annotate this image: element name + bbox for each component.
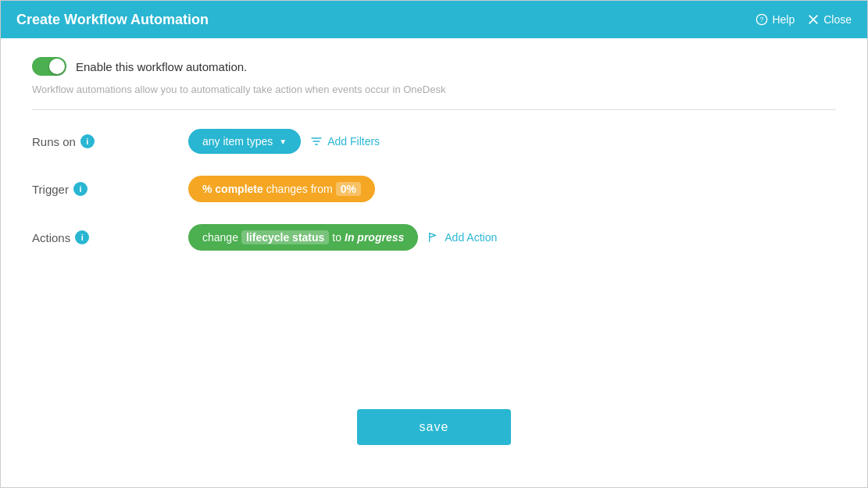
trigger-pill-button[interactable]: % complete changes from 0% (188, 176, 375, 202)
actions-row: Actions i change lifecycle status to In … (32, 224, 836, 251)
actions-info-icon[interactable]: i (75, 230, 89, 244)
runs-on-info-icon[interactable]: i (80, 134, 95, 148)
trigger-part2: changes from (266, 183, 333, 195)
help-icon: ? (755, 13, 768, 26)
help-button[interactable]: ? Help (755, 13, 795, 26)
close-label: Close (823, 13, 852, 26)
trigger-part1: % complete (202, 183, 263, 195)
help-label: Help (772, 13, 795, 26)
save-button[interactable]: save (357, 409, 512, 445)
enable-row: Enable this workflow automation. (32, 57, 836, 76)
enable-label: Enable this workflow automation. (76, 60, 247, 73)
runs-on-label: Runs on (32, 135, 76, 148)
window-title: Create Workflow Automation (16, 12, 209, 28)
trigger-row: Trigger i % complete changes from 0% (32, 176, 836, 202)
close-icon (807, 13, 820, 26)
close-button[interactable]: Close (807, 13, 852, 26)
subtitle-text: Workflow automations allow you to automa… (32, 84, 836, 95)
trigger-controls: % complete changes from 0% (188, 176, 375, 202)
runs-on-controls: any item types ▼ Add Filters (188, 129, 380, 154)
flag-icon (427, 231, 440, 244)
action-part4: In progress (345, 231, 404, 244)
item-types-label: any item types (202, 135, 273, 148)
add-filters-label: Add Filters (327, 135, 380, 148)
enable-toggle[interactable] (32, 57, 66, 76)
filter-icon (310, 135, 323, 148)
action-part3: to (332, 231, 341, 244)
trigger-label-group: Trigger i (32, 182, 188, 196)
fields-container: Runs on i any item types ▼ Add Filters (32, 129, 836, 394)
workflow-automation-window: Create Workflow Automation ? Help Close (0, 0, 868, 488)
add-filters-button[interactable]: Add Filters (310, 135, 380, 148)
main-content: Enable this workflow automation. Workflo… (1, 38, 867, 487)
trigger-label: Trigger (32, 183, 69, 196)
action-pill-button[interactable]: change lifecycle status to In progress (188, 224, 418, 251)
titlebar: Create Workflow Automation ? Help Close (1, 1, 867, 38)
actions-label-group: Actions i (32, 230, 188, 244)
trigger-info-icon[interactable]: i (73, 182, 88, 196)
actions-controls: change lifecycle status to In progress A… (188, 224, 497, 251)
divider (32, 109, 836, 110)
action-part2: lifecycle status (241, 230, 329, 244)
svg-text:?: ? (760, 16, 764, 23)
add-action-button[interactable]: Add Action (427, 231, 497, 244)
actions-label: Actions (32, 231, 70, 244)
runs-on-row: Runs on i any item types ▼ Add Filters (32, 129, 836, 154)
item-types-button[interactable]: any item types ▼ (188, 129, 301, 154)
chevron-down-icon: ▼ (279, 137, 287, 146)
trigger-value: 0% (336, 182, 361, 196)
action-part1: change (202, 231, 238, 244)
footer: save (32, 394, 836, 468)
titlebar-actions: ? Help Close (755, 13, 852, 26)
runs-on-label-group: Runs on i (32, 134, 188, 148)
add-action-label: Add Action (445, 231, 497, 244)
